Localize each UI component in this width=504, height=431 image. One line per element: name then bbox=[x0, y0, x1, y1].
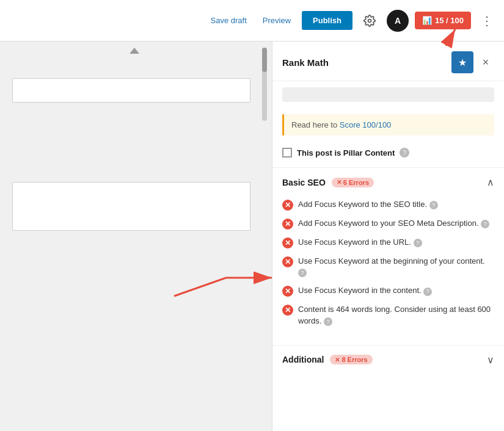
graph-icon: 📊 bbox=[422, 16, 432, 25]
toolbar: Save draft Preview Publish A 📊 15 / 100 … bbox=[0, 0, 504, 42]
scrollbar[interactable] bbox=[262, 48, 267, 121]
preview-button[interactable]: Preview bbox=[258, 12, 296, 29]
panel-header-actions: ★ × bbox=[451, 51, 494, 73]
additional-error-badge: ✕ 8 Errors bbox=[330, 355, 372, 364]
additional-title-row: Additional ✕ 8 Errors bbox=[282, 355, 373, 364]
seo-item-2: ✕ Add Focus Keyword to your SEO Meta Des… bbox=[282, 218, 494, 230]
pillar-content-row: This post is Pillar Content ? bbox=[272, 143, 504, 167]
settings-button[interactable] bbox=[359, 10, 381, 32]
panel-header: Rank Math ★ × bbox=[272, 42, 504, 81]
editor-scroll bbox=[0, 42, 269, 431]
pillar-label: This post is Pillar Content bbox=[297, 148, 395, 158]
additional-error-count: 8 Errors bbox=[341, 356, 367, 363]
read-here-text: Read here to bbox=[291, 120, 340, 129]
seo-item-text-4: Use Focus Keyword at the beginning of yo… bbox=[298, 256, 494, 278]
seo-item-text-1: Add Focus Keyword to the SEO title. ? bbox=[298, 199, 494, 210]
read-here-notice: Read here to Score 100/100 bbox=[282, 114, 494, 136]
item1-help-icon[interactable]: ? bbox=[429, 201, 438, 209]
seo-item-text-3: Use Focus Keyword in the URL. ? bbox=[298, 237, 494, 248]
item2-help-icon[interactable]: ? bbox=[481, 220, 489, 228]
editor-area bbox=[0, 0, 269, 431]
panel-title: Rank Math bbox=[282, 57, 329, 68]
seo-item-1: ✕ Add Focus Keyword to the SEO title. ? bbox=[282, 199, 494, 211]
star-icon: ★ bbox=[458, 57, 467, 68]
scroll-handle[interactable] bbox=[262, 48, 267, 72]
save-draft-button[interactable]: Save draft bbox=[206, 12, 252, 29]
item5-help-icon[interactable]: ? bbox=[423, 288, 432, 296]
score-value: 15 / 100 bbox=[435, 16, 464, 25]
content-input-field[interactable] bbox=[12, 182, 250, 231]
basic-seo-title: Basic SEO bbox=[282, 178, 326, 187]
close-icon: × bbox=[483, 56, 489, 69]
seo-item-4: ✕ Use Focus Keyword at the beginning of … bbox=[282, 256, 494, 278]
publish-button[interactable]: Publish bbox=[302, 11, 352, 30]
score-link[interactable]: Score 100/100 bbox=[340, 120, 392, 129]
more-options-button[interactable]: ⋮ bbox=[477, 11, 497, 31]
additional-section-header[interactable]: Additional ✕ 8 Errors ∨ bbox=[272, 346, 504, 374]
seo-item-3: ✕ Use Focus Keyword in the URL. ? bbox=[282, 237, 494, 248]
pillar-checkbox[interactable] bbox=[282, 148, 292, 158]
score-bar bbox=[282, 87, 494, 102]
basic-seo-error-badge: ✕ 6 Errors bbox=[332, 178, 374, 187]
avatar-letter: A bbox=[395, 16, 401, 26]
seo-error-icon-1: ✕ bbox=[282, 200, 293, 211]
additional-error-x-icon: ✕ bbox=[335, 357, 340, 363]
url-input-field[interactable] bbox=[12, 78, 250, 103]
seo-items-list: ✕ Add Focus Keyword to the SEO title. ? … bbox=[272, 197, 504, 344]
seo-error-icon-6: ✕ bbox=[282, 305, 293, 316]
seo-error-icon-4: ✕ bbox=[282, 256, 293, 267]
item3-help-icon[interactable]: ? bbox=[414, 239, 422, 247]
seo-error-icon-3: ✕ bbox=[282, 237, 293, 248]
basic-seo-chevron: ∧ bbox=[487, 176, 494, 188]
additional-section: Additional ✕ 8 Errors ∨ bbox=[272, 345, 504, 374]
error-x-icon: ✕ bbox=[337, 179, 341, 186]
page-up-indicator bbox=[130, 48, 139, 54]
score-info bbox=[272, 81, 504, 114]
seo-item-text-5: Use Focus Keyword in the content. ? bbox=[298, 285, 494, 296]
seo-item-text-2: Add Focus Keyword to your SEO Meta Descr… bbox=[298, 218, 494, 229]
seo-error-icon-5: ✕ bbox=[282, 286, 293, 297]
avatar-button[interactable]: A bbox=[387, 10, 409, 32]
score-badge-button[interactable]: 📊 15 / 100 bbox=[415, 12, 471, 29]
seo-item-5: ✕ Use Focus Keyword in the content. ? bbox=[282, 285, 494, 297]
seo-error-icon-2: ✕ bbox=[282, 219, 293, 230]
close-panel-button[interactable]: × bbox=[477, 54, 494, 71]
seo-item-text-6: Content is 464 words long. Consider usin… bbox=[298, 304, 494, 326]
pillar-help-icon[interactable]: ? bbox=[400, 148, 409, 158]
seo-item-6: ✕ Content is 464 words long. Consider us… bbox=[282, 304, 494, 326]
additional-title: Additional bbox=[282, 355, 324, 364]
item6-help-icon[interactable]: ? bbox=[324, 317, 332, 326]
item4-help-icon[interactable]: ? bbox=[298, 269, 307, 277]
rankmath-panel: Rank Math ★ × Read here to Score 100/100… bbox=[272, 42, 504, 431]
svg-point-5 bbox=[368, 19, 371, 22]
basic-seo-header[interactable]: Basic SEO ✕ 6 Errors ∧ bbox=[272, 168, 504, 197]
basic-seo-error-count: 6 Errors bbox=[343, 179, 369, 186]
additional-chevron: ∨ bbox=[487, 354, 494, 366]
basic-seo-section: Basic SEO ✕ 6 Errors ∧ ✕ Add Focus Keywo… bbox=[272, 167, 504, 344]
section-title-row: Basic SEO ✕ 6 Errors bbox=[282, 178, 374, 187]
star-button[interactable]: ★ bbox=[451, 51, 473, 73]
